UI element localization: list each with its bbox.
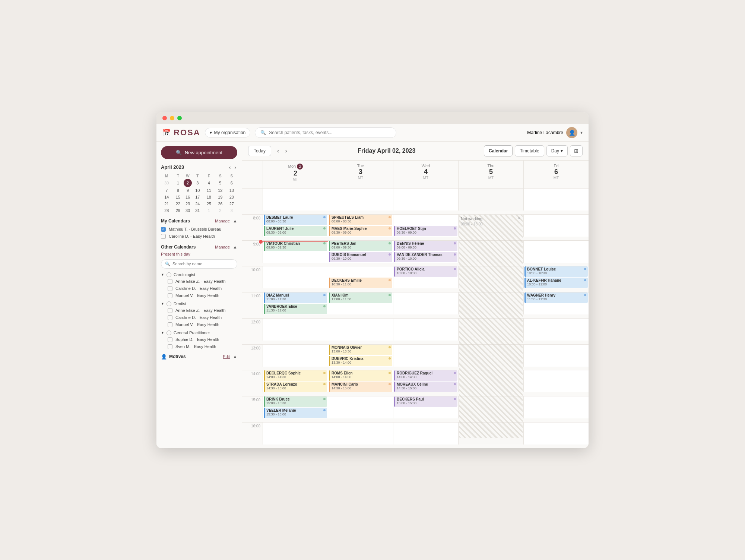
appointment-block[interactable]: BECKERS Paul15:00 - 15:30 <box>394 396 457 407</box>
appointment-block[interactable]: WAGNER Henry11:00 - 11:30 <box>524 292 588 303</box>
mini-calendar-day[interactable]: 24 <box>192 200 203 207</box>
mini-calendar-day[interactable]: 30 <box>161 179 172 187</box>
mini-calendar-day[interactable]: 14 <box>161 194 172 200</box>
appointment-block[interactable]: PORTICO Alicia10:00 - 10:30 <box>394 266 457 277</box>
new-appointment-button[interactable]: 🔍 New appointment <box>161 146 237 159</box>
day-cell-wed-1400[interactable]: RODRIGUEZ Raquel14:00 - 14:30MOREAUX Cél… <box>393 370 458 392</box>
motives-edit-link[interactable]: Edit <box>223 354 230 359</box>
mini-calendar-day[interactable]: 3 <box>192 179 203 187</box>
day-cell-tue-900[interactable]: PEETERS Jan09:00 - 09:30DUBOIS Emmanuel0… <box>328 240 393 263</box>
appointment-block[interactable]: DENNIS Hélène09:00 - 09:30 <box>394 241 457 251</box>
day-cell-fri-800[interactable] <box>523 214 589 237</box>
mini-calendar-day[interactable]: 5 <box>215 179 226 187</box>
mini-calendar-day[interactable]: 6 <box>226 179 238 187</box>
appointment-block[interactable]: VANBROEK Elise11:30 - 12:00 <box>264 304 327 314</box>
mini-calendar-day[interactable]: 30 <box>184 207 192 214</box>
day-cell-mon-900[interactable]: VIATOUR Christian09:00 - 09:30 <box>263 240 328 263</box>
appointment-block[interactable]: VAN DE ZANDER Thomas09:30 - 10:00 <box>394 252 457 262</box>
mini-calendar-day[interactable]: 13 <box>226 187 238 194</box>
day-cell-thu-700[interactable] <box>458 188 523 211</box>
appointment-block[interactable]: STRADA Lorenzo14:30 - 15:00 <box>264 382 327 392</box>
present-day-link[interactable]: Present this day <box>161 252 237 256</box>
mini-calendar-day[interactable]: 28 <box>161 207 172 214</box>
appointment-block[interactable]: DUBOIS Emmanuel09:30 - 10:00 <box>329 252 392 262</box>
mini-calendar-day[interactable]: 3 <box>226 207 238 214</box>
calendar-grid-wrapper[interactable]: Mon2 2 MT Tue 3 MT Wed 4 MT Thu 5 MT Fri… <box>242 161 589 448</box>
appointment-block[interactable]: AL-KEFFIR Hanane10:30 - 11:00 <box>524 278 588 288</box>
day-cell-wed-1300[interactable] <box>393 344 458 367</box>
traffic-light-red[interactable] <box>162 116 167 120</box>
my-calendar-item[interactable]: Caroline D. - Easy Health <box>161 233 237 240</box>
calendar-next-button[interactable]: › <box>283 147 289 155</box>
not-working-close-icon[interactable]: × <box>518 216 520 220</box>
day-cell-fri-1400[interactable] <box>523 370 589 392</box>
mini-calendar-day[interactable]: 21 <box>161 200 172 207</box>
day-cell-fri-700[interactable] <box>523 188 589 211</box>
calendar-prev-button[interactable]: ‹ <box>275 147 281 155</box>
appointment-block[interactable]: DECLERQC Sophie14:00 - 14:30 <box>264 370 327 381</box>
mini-calendar-day[interactable]: 31 <box>192 207 203 214</box>
appointment-block[interactable]: MONNAIS Olivier13:00 - 13:30 <box>329 345 392 355</box>
day-cell-fri-900[interactable] <box>523 240 589 263</box>
mini-calendar-day[interactable]: 20 <box>226 194 238 200</box>
sub-calendar-item[interactable]: Anne Elise Z. - Easy Health <box>168 307 237 314</box>
traffic-light-yellow[interactable] <box>170 116 174 120</box>
day-cell-mon-800[interactable]: DESMET Laure08:00 - 08:30LAURENT Julie08… <box>263 214 328 237</box>
org-button[interactable]: ▾ My organisation <box>205 128 251 137</box>
today-button[interactable]: Today <box>248 146 271 156</box>
mini-calendar-day[interactable]: 11 <box>203 187 215 194</box>
my-calendar-item[interactable]: Mathieu T. - Brussels Bureau <box>161 226 237 233</box>
user-area[interactable]: Martine Lacambre 👤 ▾ <box>527 127 583 138</box>
day-cell-tue-700[interactable] <box>328 188 393 211</box>
category-checkbox[interactable] <box>167 272 171 277</box>
other-calendars-manage-link[interactable]: Manage <box>215 245 230 249</box>
mini-calendar-day[interactable]: 10 <box>192 187 203 194</box>
appointment-block[interactable]: BONNET Louise10:00 - 10:30 <box>524 266 588 277</box>
sub-calendar-item[interactable]: Sven M. - Easy Health <box>168 343 237 350</box>
mini-calendar-day[interactable]: 26 <box>215 200 226 207</box>
day-cell-mon-1000[interactable] <box>263 266 328 288</box>
day-cell-mon-700[interactable] <box>263 188 328 211</box>
other-calendars-toggle[interactable]: ▲ <box>233 244 237 250</box>
day-cell-wed-900[interactable]: DENNIS Hélène09:00 - 09:30VAN DE ZANDER … <box>393 240 458 263</box>
day-cell-tue-1500[interactable] <box>328 396 393 418</box>
sub-calendar-checkbox[interactable] <box>168 344 172 349</box>
appointment-block[interactable]: HOELVOET Stijn08:30 - 09:00 <box>394 226 457 236</box>
day-cell-wed-1600[interactable] <box>393 422 458 444</box>
mini-calendar-day[interactable]: 15 <box>172 194 184 200</box>
appointment-block[interactable]: RODRIGUEZ Raquel14:00 - 14:30 <box>394 370 457 381</box>
appointment-block[interactable]: MAES Marie-Sophie08:30 - 09:00 <box>329 226 392 236</box>
day-cell-mon-1200[interactable] <box>263 318 328 341</box>
motives-toggle[interactable]: ▲ <box>233 354 237 359</box>
day-cell-thu-800[interactable]: Not working08:00 - 18:00× <box>458 214 523 237</box>
mini-calendar-day[interactable]: 9 <box>184 187 192 194</box>
appointment-block[interactable]: MANCINI Carlo14:30 - 15:00 <box>329 382 392 392</box>
day-cell-tue-1100[interactable]: XIAN Kim11:00 - 11:30 <box>328 292 393 314</box>
day-cell-mon-1500[interactable]: BRINK Bruce15:00 - 15:30VEELER Melanie15… <box>263 396 328 418</box>
day-cell-tue-1200[interactable] <box>328 318 393 341</box>
mini-calendar-day[interactable]: 12 <box>215 187 226 194</box>
appointment-block[interactable]: XIAN Kim11:00 - 11:30 <box>329 292 392 303</box>
appointment-block[interactable]: VIATOUR Christian09:00 - 09:30 <box>264 241 327 251</box>
mini-calendar-prev[interactable]: ‹ <box>228 164 232 170</box>
day-cell-wed-1500[interactable]: BECKERS Paul15:00 - 15:30 <box>393 396 458 418</box>
appointment-block[interactable]: DESMET Laure08:00 - 08:30 <box>264 215 327 225</box>
day-cell-mon-1400[interactable]: DECLERQC Sophie14:00 - 14:30STRADA Loren… <box>263 370 328 392</box>
view-day-button[interactable]: Day ▾ <box>546 145 568 156</box>
sub-calendar-checkbox[interactable] <box>168 279 172 284</box>
day-cell-fri-1200[interactable] <box>523 318 589 341</box>
sub-calendar-item[interactable]: Caroline D. - Easy Health <box>168 285 237 292</box>
sub-calendar-item[interactable]: Anne Elise Z. - Easy Health <box>168 278 237 285</box>
appointment-block[interactable]: VEELER Melanie15:30 - 16:00 <box>264 408 327 418</box>
day-cell-mon-1300[interactable] <box>263 344 328 367</box>
grid-view-button[interactable]: ⊞ <box>570 145 583 156</box>
calendar-checkbox[interactable] <box>161 227 166 232</box>
mini-calendar-day[interactable]: 27 <box>226 200 238 207</box>
day-cell-fri-1300[interactable] <box>523 344 589 367</box>
appointment-block[interactable]: SPREUTELS Liam08:00 - 08:30 <box>329 215 392 225</box>
day-cell-mon-1600[interactable] <box>263 422 328 444</box>
mini-calendar-day[interactable]: 23 <box>184 200 192 207</box>
day-cell-wed-700[interactable] <box>393 188 458 211</box>
mini-calendar-day[interactable]: 2 <box>184 179 192 187</box>
mini-calendar-day[interactable]: 22 <box>172 200 184 207</box>
